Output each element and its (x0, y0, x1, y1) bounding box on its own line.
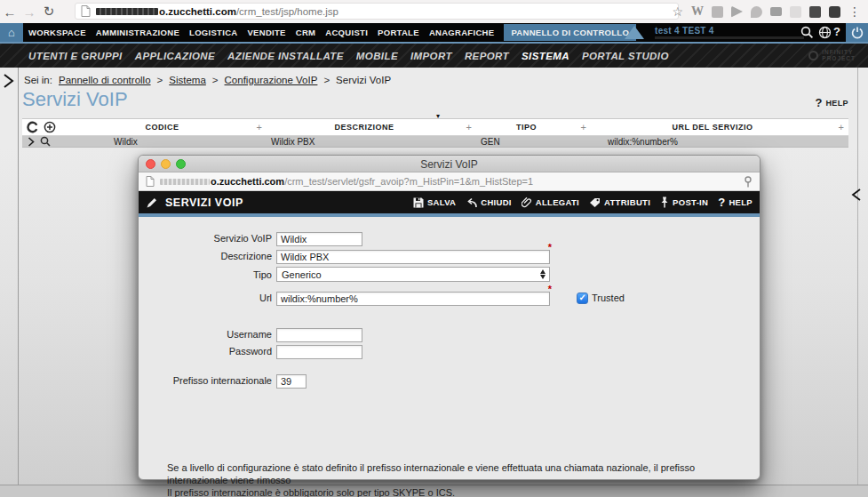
subnav-aziende-installate[interactable]: AZIENDE INSTALLATE (227, 51, 344, 61)
subnav-report[interactable]: REPORT (465, 51, 509, 61)
descrizione-label: Descrizione (139, 251, 276, 261)
extension-icon[interactable] (790, 6, 801, 18)
column-divider[interactable]: + (577, 122, 590, 132)
subnav-mobile[interactable]: MOBILE (356, 51, 398, 61)
sidebar-expand-icon[interactable] (3, 73, 15, 89)
select-stepper-icon (540, 269, 545, 279)
subnav-sistema[interactable]: SISTEMA (522, 51, 569, 61)
column-header-codice[interactable]: CODICE (71, 123, 253, 132)
table-row[interactable]: Wildix Wildix PBX GEN wildix:%number% (22, 136, 848, 148)
cell-codice: Wildix (71, 137, 253, 147)
browser-forward-icon[interactable]: → (20, 4, 39, 20)
column-header-url-del-servizio[interactable]: URL DEL SERVIZIO (590, 123, 835, 132)
breadcrumb-prefix: Sei in: (24, 75, 52, 85)
trusted-label: Trusted (592, 293, 625, 303)
browser-menu-icon[interactable]: ⋮ (848, 4, 861, 19)
nav-portale[interactable]: PORTALE (378, 28, 419, 37)
column-divider[interactable]: + (463, 122, 475, 132)
nav-acquisti[interactable]: ACQUISTI (325, 28, 368, 37)
chiudi-label: CHIUDI (481, 197, 512, 207)
extension-icon[interactable] (829, 6, 840, 18)
column-header-tipo[interactable]: TIPO (475, 123, 577, 132)
open-record-icon[interactable] (40, 136, 51, 147)
subnav-applicazione[interactable]: APPLICAZIONE (135, 51, 215, 61)
browser-toolbar: ← → ↻ o.zucchetti.com/crm_test/jsp/home.… (0, 0, 868, 24)
logout-power-button[interactable] (846, 23, 868, 42)
refresh-icon[interactable] (27, 121, 39, 133)
expand-row-icon[interactable] (28, 137, 35, 147)
column-header-descrizione[interactable]: DESCRIZIONE (266, 123, 463, 132)
subnav-import[interactable]: IMPORT (410, 51, 452, 61)
breadcrumb-pannello-di-controllo[interactable]: Pannello di controllo (59, 75, 151, 85)
search-icon[interactable] (800, 26, 814, 39)
nav-anagrafiche[interactable]: ANAGRAFICHE (429, 28, 495, 37)
nav-pannello-di-controllo[interactable]: PANNELLO DI CONTROLLO (504, 24, 636, 41)
scroll-up-arrow[interactable] (625, 26, 644, 39)
extension-icon[interactable] (712, 6, 723, 18)
extension-icon[interactable] (770, 7, 782, 16)
window-address-bar[interactable]: o.zucchetti.com/crm_test/servlet/gsfr_av… (139, 172, 760, 191)
modal-form: Servizio VoIP Descrizione * Tipo Generic… (139, 217, 760, 480)
edit-pencil-icon (146, 196, 158, 209)
post-in-button[interactable]: POST-IN (660, 196, 708, 208)
window-title: Servizi VoIP (139, 158, 760, 171)
bookmark-star-icon[interactable]: ☆ (672, 4, 683, 19)
nav-workspace[interactable]: WORKSPACE (28, 28, 86, 37)
collapse-panel-icon[interactable] (851, 188, 862, 202)
prefisso-internazionale-label: Prefisso internazionale (139, 375, 276, 386)
breadcrumb-sistema[interactable]: Sistema (169, 75, 206, 85)
subnav-utenti-e-gruppi[interactable]: UTENTI E GRUPPI (28, 51, 123, 61)
subnav-portal-studio[interactable]: PORTAL STUDIO (582, 51, 669, 61)
tipo-select[interactable]: Generico (276, 267, 550, 282)
home-icon: ⌂ (8, 26, 15, 39)
prefisso-internazionale-input[interactable] (276, 374, 307, 389)
nav-amministrazione[interactable]: AMMINISTRAZIONE (96, 28, 179, 37)
redacted-user-info (655, 36, 804, 39)
logo-ring-icon (808, 51, 818, 60)
sort-indicator-icon[interactable]: ▾ (436, 112, 440, 120)
modal-help-button[interactable]: ? HELP (718, 196, 753, 209)
cell-url: wildix:%number% (590, 137, 835, 147)
infinity-project-logo: INFINITYPROJECT (808, 49, 856, 61)
help-icon[interactable]: ? (833, 25, 840, 38)
attributi-label: ATTRIBUTI (604, 197, 650, 207)
attributi-button[interactable]: ATTRIBUTI (589, 197, 650, 208)
tipo-label: Tipo (139, 269, 276, 280)
password-input[interactable] (276, 345, 362, 359)
user-label[interactable]: test 4 TEST 4 (655, 26, 714, 36)
trusted-checkbox[interactable] (577, 293, 588, 304)
wikipedia-extension-icon[interactable]: W (691, 4, 704, 19)
globe-icon[interactable] (818, 26, 832, 39)
main-navbar: ⌂ WORKSPACE AMMINISTRAZIONE LOGISTICA VE… (0, 23, 868, 44)
column-divider[interactable]: + (835, 122, 848, 132)
window-titlebar[interactable]: Servizi VoIP (139, 156, 760, 172)
salva-button[interactable]: SALVA (413, 197, 456, 208)
column-divider[interactable]: + (253, 122, 266, 132)
username-input[interactable] (276, 328, 362, 342)
allegati-button[interactable]: ALLEGATI (522, 196, 579, 208)
browser-address-bar[interactable]: o.zucchetti.com/crm_test/jsp/home.jsp (75, 3, 679, 20)
page-doc-icon (146, 176, 155, 187)
logo-line1: INFINITY (822, 49, 853, 55)
extension-icon[interactable] (751, 6, 762, 18)
add-record-icon[interactable] (44, 121, 56, 133)
extension-icon[interactable] (809, 6, 821, 18)
home-button[interactable]: ⌂ (0, 23, 23, 42)
nav-crm[interactable]: CRM (296, 28, 316, 37)
breadcrumb-configurazione-voip[interactable]: Configurazione VoIP (225, 75, 318, 85)
browser-reload-icon[interactable]: ↻ (39, 4, 59, 20)
nav-vendite[interactable]: VENDITE (247, 28, 285, 37)
servizio-voip-input[interactable] (276, 232, 362, 246)
modal-url-domain: o.zucchetti.com (211, 176, 284, 187)
salva-label: SALVA (427, 197, 456, 207)
browser-back-icon[interactable]: ← (0, 4, 20, 20)
chiudi-button[interactable]: CHIUDI (466, 197, 512, 208)
page-doc-icon (81, 5, 91, 17)
pin-page-icon[interactable] (744, 176, 753, 188)
extension-icon[interactable] (731, 6, 743, 18)
descrizione-input[interactable] (276, 250, 550, 264)
page-help-button[interactable]: ? HELP (815, 96, 848, 109)
browser-actions: ☆ W ⋮ (672, 0, 868, 23)
nav-logistica[interactable]: LOGISTICA (189, 28, 237, 37)
url-input[interactable] (276, 292, 550, 306)
